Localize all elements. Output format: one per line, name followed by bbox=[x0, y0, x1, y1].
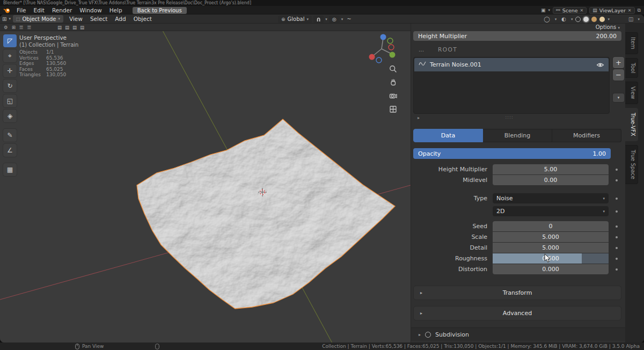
tab-true-vfx[interactable]: True-VFX bbox=[625, 108, 638, 141]
visibility-eye-icon[interactable] bbox=[596, 62, 604, 68]
annotate-tool[interactable]: ✎ bbox=[3, 129, 17, 142]
extra-chevron-icon[interactable]: ▾ bbox=[638, 17, 640, 21]
tab-data[interactable]: Data bbox=[413, 129, 483, 142]
shading-material-icon[interactable] bbox=[591, 17, 597, 22]
mode-dropdown[interactable]: ⬚ Object Mode ▾ bbox=[13, 15, 63, 23]
keyframe-dot[interactable] bbox=[616, 268, 618, 271]
proportional-chevron-icon[interactable]: ▾ bbox=[341, 17, 343, 21]
layer-list-item[interactable]: Terrain Noise.001 bbox=[414, 58, 609, 71]
move-tool[interactable]: ✛ bbox=[3, 64, 17, 77]
tab-blending[interactable]: Blending bbox=[483, 129, 552, 142]
snap-toggle[interactable]: U bbox=[313, 16, 324, 23]
keyframe-dot[interactable] bbox=[616, 258, 618, 260]
transform-tool[interactable]: ◈ bbox=[3, 110, 17, 122]
menu-add[interactable]: Add bbox=[111, 16, 129, 22]
list-toggle2-icon[interactable]: ☰ bbox=[26, 25, 32, 30]
active-tool-icon[interactable]: ⚙ bbox=[3, 25, 9, 30]
grid-toggle-icon[interactable]: ⊞ bbox=[11, 25, 17, 30]
advanced-section[interactable]: ▸ Advanced bbox=[413, 306, 621, 320]
keyframe-dot[interactable] bbox=[616, 236, 618, 238]
menu-render[interactable]: Render bbox=[48, 6, 76, 14]
height-multiplier-field[interactable]: 5.00 bbox=[493, 164, 609, 174]
scene-unlink-icon[interactable]: ✕ bbox=[580, 8, 584, 13]
xray-icon[interactable]: ◫ bbox=[626, 16, 635, 22]
editor-type-chevron-icon[interactable]: ▾ bbox=[9, 17, 11, 21]
mode-c-icon[interactable]: ▤ bbox=[71, 25, 78, 30]
keyframe-dot[interactable] bbox=[616, 179, 618, 181]
back-to-previous-button[interactable]: Back to Previous bbox=[133, 7, 187, 14]
cursor-tool[interactable]: ⌖ bbox=[3, 49, 17, 62]
list-expand-icon[interactable]: ▸ bbox=[418, 115, 420, 120]
keyframe-dot[interactable] bbox=[616, 210, 618, 213]
overlays-icon[interactable]: ◐ bbox=[559, 16, 568, 22]
proportional-edit-toggle[interactable]: ◎ bbox=[329, 16, 340, 23]
midlevel-field[interactable]: 0.00 bbox=[493, 175, 609, 185]
tab-view[interactable]: View bbox=[625, 82, 638, 104]
subdivision-panel-header[interactable]: ▸ Subdivision bbox=[411, 327, 626, 341]
shading-wireframe-icon[interactable] bbox=[575, 17, 581, 22]
editor-type-icon[interactable]: ⊞ bbox=[0, 16, 9, 22]
snap-chevron-icon[interactable]: ▾ bbox=[325, 17, 327, 21]
dimension-dropdown[interactable]: 2D ▾ bbox=[493, 206, 609, 216]
list-resize-grip[interactable]: ∷∷ bbox=[506, 115, 514, 120]
navigation-gizmo[interactable] bbox=[365, 32, 398, 68]
scene-selector[interactable]: ⚯ Scene ✕ bbox=[553, 7, 587, 14]
menu-object[interactable]: Object bbox=[130, 16, 156, 22]
terrain-mesh[interactable] bbox=[137, 119, 395, 309]
roughness-field[interactable]: 0.500 bbox=[493, 253, 609, 264]
list-toggle-icon[interactable]: ☰ bbox=[18, 25, 25, 30]
menu-window[interactable]: Window bbox=[76, 6, 105, 14]
grid-view-icon[interactable] bbox=[389, 105, 398, 114]
gizmo-chevron-icon[interactable]: ▾ bbox=[555, 17, 557, 21]
scale-tool[interactable]: ◱ bbox=[3, 94, 17, 107]
shading-chevron-icon[interactable]: ▾ bbox=[608, 17, 610, 21]
measure-tool[interactable]: ∠ bbox=[3, 144, 17, 157]
falloff-icon[interactable]: ~ bbox=[345, 16, 353, 22]
tab-item[interactable]: Item bbox=[625, 32, 638, 54]
terrain-layer-list[interactable]: Terrain Noise.001 bbox=[413, 57, 610, 114]
remove-layer-button[interactable]: − bbox=[613, 69, 624, 81]
detail-field[interactable]: 5.000 bbox=[493, 243, 609, 253]
menu-edit[interactable]: Edit bbox=[30, 6, 48, 14]
orientation-dropdown[interactable]: ⊕ Global ▾ bbox=[278, 16, 312, 23]
viewlayer-unlink-icon[interactable]: ✕ bbox=[628, 8, 632, 13]
overlays-chevron-icon[interactable]: ▾ bbox=[571, 17, 573, 21]
shading-rendered-icon[interactable] bbox=[599, 17, 605, 22]
keyframe-dot[interactable] bbox=[616, 247, 618, 249]
mode-b-icon[interactable]: ▤ bbox=[64, 25, 70, 30]
layer-specials-button[interactable]: ▾ bbox=[613, 93, 624, 102]
pan-hand-icon[interactable] bbox=[389, 78, 398, 87]
keyframe-dot[interactable] bbox=[616, 169, 618, 171]
menu-view[interactable]: View bbox=[65, 16, 86, 22]
tab-true-space[interactable]: True Space bbox=[625, 145, 638, 184]
viewport-canvas[interactable]: User Perspective (1) Collection | Terrai… bbox=[0, 31, 411, 342]
blender-logo-icon[interactable] bbox=[3, 8, 11, 13]
seed-field[interactable]: 0 bbox=[493, 221, 609, 231]
breadcrumb-ellipsis[interactable]: ... bbox=[419, 46, 424, 53]
workspace-chevron-icon[interactable]: ▾ bbox=[548, 8, 551, 12]
camera-view-icon[interactable] bbox=[389, 91, 398, 100]
tab-modifiers[interactable]: Modifiers bbox=[552, 129, 621, 142]
distortion-field[interactable]: 0.000 bbox=[493, 264, 609, 274]
menu-help[interactable]: Help bbox=[106, 6, 126, 14]
zoom-icon[interactable] bbox=[389, 64, 398, 74]
new-viewlayer-icon[interactable]: ⧉ bbox=[638, 8, 641, 13]
noise-type-dropdown[interactable]: Noise ▾ bbox=[493, 193, 609, 203]
tab-tool[interactable]: Tool bbox=[625, 58, 638, 78]
rotate-tool[interactable]: ↻ bbox=[3, 79, 17, 92]
keyframe-dot[interactable] bbox=[616, 198, 618, 200]
height-multiplier-global-slider[interactable]: Height Multiplier 200.00 bbox=[413, 31, 621, 41]
menu-select[interactable]: Select bbox=[86, 16, 111, 22]
opacity-slider[interactable]: Opacity 1.00 bbox=[413, 148, 611, 159]
screen-icon[interactable]: ▣ bbox=[541, 8, 546, 13]
options-dropdown[interactable]: Options ▾ bbox=[596, 24, 620, 30]
keyframe-dot[interactable] bbox=[616, 225, 618, 228]
mode-d-icon[interactable]: ▤ bbox=[79, 25, 85, 30]
mode-a-icon[interactable]: ▤ bbox=[56, 25, 63, 30]
add-layer-button[interactable]: + bbox=[613, 57, 624, 68]
shading-solid-icon[interactable] bbox=[583, 17, 589, 22]
transform-section[interactable]: ▸ Transform bbox=[413, 286, 621, 300]
show-gizmo-icon[interactable]: ◯ bbox=[542, 16, 552, 22]
viewlayer-selector[interactable]: ▤ ViewLayer ✕ bbox=[589, 7, 634, 14]
add-cube-tool[interactable]: ▦ bbox=[3, 163, 17, 176]
